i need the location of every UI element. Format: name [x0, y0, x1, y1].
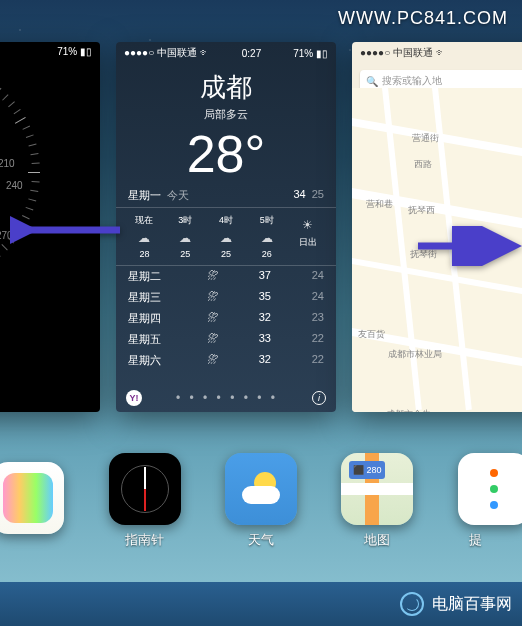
- weather-city: 成都: [116, 70, 336, 105]
- yahoo-icon[interactable]: Y!: [126, 390, 142, 406]
- info-icon[interactable]: i: [312, 391, 326, 405]
- hour-col: ☀日出: [287, 214, 328, 259]
- day-row: 星期五⛈3322: [128, 329, 324, 350]
- app-notes[interactable]: [28, 462, 64, 540]
- app-weather[interactable]: 天气: [225, 453, 297, 549]
- weather-footer: Y! • • • • • • • • i: [116, 390, 336, 406]
- wifi-icon: ᯤ: [200, 47, 210, 58]
- maps-icon: ⬛ 280: [341, 453, 413, 525]
- site-logo-icon: [400, 592, 424, 616]
- app-compass[interactable]: 指南针: [109, 453, 181, 549]
- day-row: 星期四⛈3223: [128, 308, 324, 329]
- reminders-icon: [458, 453, 522, 525]
- status-bar: ●●●●○ 71% ▮▯: [0, 42, 100, 61]
- weather-temp: 28°: [116, 124, 336, 184]
- day-row: 星期六⛈3222: [128, 350, 324, 371]
- site-footer: 电脑百事网: [0, 582, 522, 626]
- status-time: 0:27: [242, 48, 261, 59]
- weather-today-row: 星期一 今天 34 25: [116, 184, 336, 208]
- search-icon: 🔍: [366, 76, 378, 87]
- wifi-icon: ᯤ: [436, 47, 446, 58]
- map-poi: 西路: [414, 158, 432, 171]
- hour-col: 3时☁25: [165, 214, 206, 259]
- page-dots: • • • • • • • •: [176, 391, 278, 405]
- map-poi: 友百货: [358, 328, 385, 341]
- day-row: 星期二⛈3724: [128, 266, 324, 287]
- app-switcher-dock[interactable]: 指南针 天气 ⬛ 280地图 提: [0, 436, 522, 566]
- weather-card[interactable]: ●●●●○ 中国联通 ᯤ 0:27 71% ▮▯ 成都 局部多云 28° 星期一…: [116, 42, 336, 412]
- weather-daily[interactable]: 星期二⛈3724星期三⛈3524星期四⛈3223星期五⛈3322星期六⛈3222: [116, 266, 336, 371]
- arrow-left-annotation: [10, 210, 128, 254]
- map-poi: 营通街: [412, 132, 439, 145]
- battery-label: 71% ▮▯: [57, 46, 92, 57]
- arrow-right-annotation: [412, 226, 522, 270]
- app-reminders[interactable]: 提: [458, 453, 494, 549]
- weather-icon: [225, 453, 297, 525]
- day-row: 星期三⛈3524: [128, 287, 324, 308]
- watermark: WWW.PC841.COM: [338, 8, 508, 29]
- weather-hourly[interactable]: 现在☁283时☁254时☁255时☁26☀日出: [116, 208, 336, 266]
- hour-col: 5时☁26: [246, 214, 287, 259]
- map-poi: 抚琴西: [408, 204, 435, 217]
- status-bar: ●●●●○ 中国联通 ᯤ 0:27 71% ▮▯: [116, 42, 336, 64]
- map-poi: 成都市金牛: [386, 408, 431, 412]
- compass-icon: [109, 453, 181, 525]
- status-bar: ●●●●○ 中国联通 ᯤ 0:: [352, 42, 522, 64]
- hour-col: 4时☁25: [206, 214, 247, 259]
- app-maps[interactable]: ⬛ 280地图: [341, 453, 413, 549]
- hour-col: 现在☁28: [124, 214, 165, 259]
- weather-condition: 局部多云: [116, 107, 336, 122]
- map-poi: 营和巷: [366, 198, 393, 211]
- notes-icon: [0, 462, 64, 534]
- map-poi: 成都市林业局: [388, 348, 442, 361]
